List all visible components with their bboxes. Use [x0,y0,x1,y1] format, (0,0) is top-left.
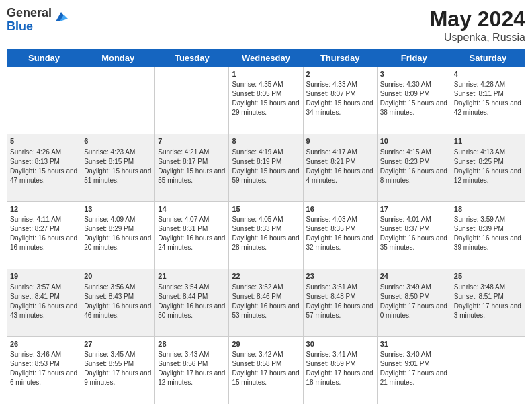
sunset-text: Sunset: 8:56 PM [158,360,208,367]
sunset-text: Sunset: 8:19 PM [232,158,281,165]
calendar-cell [451,336,525,404]
calendar-week-4: 19Sunrise: 3:57 AMSunset: 8:41 PMDayligh… [7,269,525,336]
page: General Blue May 2024 Uspenka, Russia Su… [0,0,532,411]
daylight-text: Daylight: 16 hours and 39 minutes. [454,234,521,251]
calendar-cell: 21Sunrise: 3:54 AMSunset: 8:44 PMDayligh… [155,269,229,336]
day-number: 6 [84,136,152,146]
day-number: 12 [10,204,78,214]
sunrise-text: Sunrise: 3:52 AM [232,283,283,291]
day-number: 13 [84,204,152,214]
day-number: 25 [454,271,522,281]
day-number: 30 [306,339,374,349]
daylight-text: Daylight: 16 hours and 16 minutes. [10,234,77,251]
daylight-text: Daylight: 17 hours and 15 minutes. [232,369,299,386]
day-number: 29 [232,339,300,349]
sunset-text: Sunset: 8:15 PM [84,158,134,165]
daylight-text: Daylight: 17 hours and 0 minutes. [380,302,447,319]
sunrise-text: Sunrise: 4:23 AM [84,148,135,156]
day-number: 21 [158,271,226,281]
calendar-cell: 3Sunrise: 4:30 AMSunset: 8:09 PMDaylight… [377,67,451,134]
daylight-text: Daylight: 17 hours and 21 minutes. [380,369,447,386]
logo-icon [53,9,69,26]
sunset-text: Sunset: 8:11 PM [454,90,504,97]
calendar-cell: 31Sunrise: 3:40 AMSunset: 9:01 PMDayligh… [377,336,451,404]
sunrise-text: Sunrise: 3:49 AM [380,283,431,291]
col-thursday: Thursday [303,50,377,67]
daylight-text: Daylight: 16 hours and 50 minutes. [158,302,225,319]
sunrise-text: Sunrise: 3:43 AM [158,351,209,358]
daylight-text: Daylight: 16 hours and 24 minutes. [158,234,225,251]
calendar-cell: 30Sunrise: 3:41 AMSunset: 8:59 PMDayligh… [303,336,377,404]
sunset-text: Sunset: 8:50 PM [380,293,430,300]
calendar-cell: 24Sunrise: 3:49 AMSunset: 8:50 PMDayligh… [377,269,451,336]
day-number: 31 [380,339,448,349]
calendar-table: Sunday Monday Tuesday Wednesday Thursday… [7,49,525,404]
daylight-text: Daylight: 16 hours and 8 minutes. [380,167,447,184]
sunrise-text: Sunrise: 4:03 AM [306,216,357,223]
sunset-text: Sunset: 8:23 PM [380,158,430,165]
col-monday: Monday [81,50,155,67]
sunrise-text: Sunrise: 3:59 AM [454,216,505,223]
calendar-cell: 29Sunrise: 3:42 AMSunset: 8:58 PMDayligh… [229,336,303,404]
sunrise-text: Sunrise: 3:54 AM [158,283,209,291]
day-number: 7 [158,136,226,146]
day-number: 8 [232,136,300,146]
calendar-cell: 28Sunrise: 3:43 AMSunset: 8:56 PMDayligh… [155,336,229,404]
col-sunday: Sunday [7,50,81,67]
daylight-text: Daylight: 17 hours and 3 minutes. [454,302,521,319]
sunrise-text: Sunrise: 3:40 AM [380,351,431,358]
calendar-cell [7,67,81,134]
sunset-text: Sunset: 8:43 PM [84,293,134,300]
day-number: 11 [454,136,522,146]
daylight-text: Daylight: 16 hours and 57 minutes. [306,302,373,319]
sunset-text: Sunset: 8:37 PM [380,225,430,232]
day-number: 19 [10,271,78,281]
sunset-text: Sunset: 8:27 PM [10,225,60,232]
day-number: 14 [158,204,226,214]
calendar-cell: 16Sunrise: 4:03 AMSunset: 8:35 PMDayligh… [303,201,377,269]
daylight-text: Daylight: 15 hours and 29 minutes. [232,99,299,116]
sunrise-text: Sunrise: 4:30 AM [380,81,431,88]
calendar-cell: 1Sunrise: 4:35 AMSunset: 8:05 PMDaylight… [229,67,303,134]
header: General Blue May 2024 Uspenka, Russia [7,7,525,44]
sunrise-text: Sunrise: 3:56 AM [84,283,135,291]
calendar-week-2: 5Sunrise: 4:26 AMSunset: 8:13 PMDaylight… [7,134,525,201]
col-tuesday: Tuesday [155,50,229,67]
title-block: May 2024 Uspenka, Russia [430,7,525,44]
sunset-text: Sunset: 8:09 PM [380,90,430,97]
sunrise-text: Sunrise: 3:42 AM [232,351,283,358]
daylight-text: Daylight: 17 hours and 12 minutes. [158,369,225,386]
daylight-text: Daylight: 17 hours and 6 minutes. [10,369,77,386]
day-number: 15 [232,204,300,214]
calendar-week-1: 1Sunrise: 4:35 AMSunset: 8:05 PMDaylight… [7,67,525,134]
sunrise-text: Sunrise: 4:26 AM [10,148,61,156]
sunset-text: Sunset: 8:25 PM [454,158,504,165]
calendar-cell: 2Sunrise: 4:33 AMSunset: 8:07 PMDaylight… [303,67,377,134]
logo-blue: Blue [7,20,52,34]
daylight-text: Daylight: 16 hours and 4 minutes. [306,167,373,184]
calendar-cell [155,67,229,134]
calendar-cell: 13Sunrise: 4:09 AMSunset: 8:29 PMDayligh… [81,201,155,269]
day-number: 20 [84,271,152,281]
sunrise-text: Sunrise: 4:15 AM [380,148,431,156]
sunset-text: Sunset: 8:41 PM [10,293,60,300]
daylight-text: Daylight: 15 hours and 38 minutes. [380,99,447,116]
calendar-week-5: 26Sunrise: 3:46 AMSunset: 8:53 PMDayligh… [7,336,525,404]
daylight-text: Daylight: 15 hours and 59 minutes. [232,167,299,184]
calendar-cell: 4Sunrise: 4:28 AMSunset: 8:11 PMDaylight… [451,67,525,134]
sunrise-text: Sunrise: 3:51 AM [306,283,357,291]
sunrise-text: Sunrise: 4:07 AM [158,216,209,223]
calendar-cell: 27Sunrise: 3:45 AMSunset: 8:55 PMDayligh… [81,336,155,404]
sunrise-text: Sunrise: 4:05 AM [232,216,283,223]
day-number: 18 [454,204,522,214]
day-number: 16 [306,204,374,214]
daylight-text: Daylight: 17 hours and 18 minutes. [306,369,373,386]
sunset-text: Sunset: 8:07 PM [306,90,356,97]
calendar-cell: 15Sunrise: 4:05 AMSunset: 8:33 PMDayligh… [229,201,303,269]
calendar-week-3: 12Sunrise: 4:11 AMSunset: 8:27 PMDayligh… [7,201,525,269]
daylight-text: Daylight: 15 hours and 51 minutes. [84,167,151,184]
sunrise-text: Sunrise: 3:46 AM [10,351,61,358]
sunrise-text: Sunrise: 4:01 AM [380,216,431,223]
day-number: 10 [380,136,448,146]
calendar-cell: 25Sunrise: 3:48 AMSunset: 8:51 PMDayligh… [451,269,525,336]
